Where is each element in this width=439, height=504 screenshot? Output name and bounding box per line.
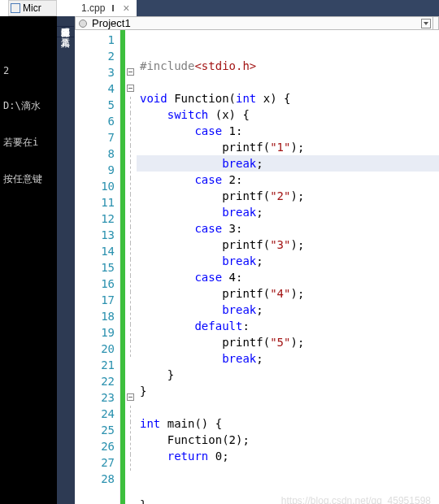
code-area[interactable]: #include<stdio.h>void Function(int x) { … xyxy=(137,30,439,504)
code-line[interactable]: case 4: xyxy=(137,269,439,285)
code-line[interactable]: break; xyxy=(137,302,439,318)
nav-back-icon[interactable] xyxy=(79,20,87,28)
fold-slot xyxy=(125,129,137,146)
line-number: 7 xyxy=(75,129,120,146)
fold-guide xyxy=(130,227,131,243)
line-number: 22 xyxy=(75,373,120,389)
console-window: 2 D:\滴水 若要在i 按任意键 xyxy=(0,16,57,504)
vtab-server-explorer[interactable]: 服务器资源管理器 xyxy=(57,16,74,27)
token-kw: case xyxy=(194,271,222,284)
token-kw: void xyxy=(140,92,167,105)
fold-guide xyxy=(130,422,131,438)
fold-slot xyxy=(125,324,137,341)
token-txt: main() { xyxy=(160,417,222,430)
code-line[interactable]: return 0; xyxy=(137,448,439,464)
code-line[interactable]: } xyxy=(137,383,439,399)
line-number: 9 xyxy=(75,162,120,178)
token-kw: case xyxy=(194,173,222,186)
token-txt: ); xyxy=(290,189,304,202)
code-line[interactable]: switch (x) { xyxy=(137,106,439,123)
token-txt: ); xyxy=(290,141,304,154)
code-line[interactable]: void Function(int x) { xyxy=(137,90,439,106)
fold-slot[interactable] xyxy=(125,80,137,97)
fold-slot xyxy=(125,113,137,129)
fold-slot xyxy=(125,438,137,454)
console-line: 若要在i xyxy=(3,136,54,150)
line-number: 11 xyxy=(75,194,120,211)
token-kw: switch xyxy=(167,108,209,121)
fold-slot[interactable] xyxy=(125,389,137,406)
code-line[interactable]: printf("1"); xyxy=(137,139,439,155)
fold-guide xyxy=(130,194,131,211)
token-txt: 1: xyxy=(222,124,242,137)
code-line[interactable]: break; xyxy=(137,253,439,269)
token-txt: ); xyxy=(290,287,304,300)
fold-guide xyxy=(130,211,131,227)
tab-label: 1.cpp xyxy=(81,2,105,14)
line-number: 13 xyxy=(75,227,120,243)
line-number: 10 xyxy=(75,178,120,194)
scope-dropdown[interactable]: Project1 xyxy=(92,17,421,29)
fold-slot[interactable] xyxy=(125,64,137,80)
code-line[interactable] xyxy=(137,74,439,90)
token-txt: ; xyxy=(256,206,263,219)
fold-slot xyxy=(125,422,137,438)
chevron-down-icon[interactable] xyxy=(421,19,431,28)
token-txt: printf( xyxy=(140,287,270,300)
side-tool-panel: 服务器资源管理器 工具箱 xyxy=(57,16,75,504)
code-editor[interactable]: 1234567891011121314151617181920212223242… xyxy=(75,30,439,504)
token-txt: x) { xyxy=(256,92,290,105)
code-line[interactable] xyxy=(137,480,439,497)
code-line[interactable]: #include<stdio.h> xyxy=(137,58,439,74)
token-txt: ; xyxy=(256,254,263,267)
token-txt: printf( xyxy=(140,141,270,154)
line-number: 23 xyxy=(75,389,120,406)
line-number-gutter: 1234567891011121314151617181920212223242… xyxy=(75,30,120,504)
fold-slot xyxy=(125,373,137,389)
code-line[interactable] xyxy=(137,464,439,480)
code-line[interactable]: printf("5"); xyxy=(137,334,439,350)
code-line[interactable] xyxy=(137,399,439,415)
fold-toggle-icon[interactable] xyxy=(127,85,134,92)
line-number: 24 xyxy=(75,406,120,422)
code-line[interactable]: break; xyxy=(137,155,439,172)
code-line[interactable]: case 1: xyxy=(137,123,439,139)
code-line[interactable]: break; xyxy=(137,350,439,367)
line-number: 26 xyxy=(75,438,120,454)
code-line[interactable]: printf("4"); xyxy=(137,285,439,302)
token-str: "2" xyxy=(270,189,290,202)
code-line[interactable]: case 2: xyxy=(137,172,439,188)
fold-slot xyxy=(125,292,137,308)
fold-slot xyxy=(125,259,137,276)
vtab-toolbox[interactable]: 工具箱 xyxy=(57,27,74,37)
fold-toggle-icon[interactable] xyxy=(127,393,134,401)
token-kw: default xyxy=(194,319,242,332)
code-line[interactable]: default: xyxy=(137,318,439,334)
token-kw: break xyxy=(222,206,256,219)
code-line[interactable]: } xyxy=(137,367,439,383)
line-number: 8 xyxy=(75,146,120,162)
code-line[interactable]: printf("3"); xyxy=(137,237,439,253)
code-line[interactable]: int main() { xyxy=(137,415,439,432)
token-txt: 0; xyxy=(208,450,228,463)
fold-slot xyxy=(125,471,137,487)
token-kw: break xyxy=(222,303,256,316)
fold-slot xyxy=(125,243,137,259)
close-icon[interactable]: × xyxy=(123,2,129,15)
fold-slot xyxy=(125,211,137,227)
fold-toggle-icon[interactable] xyxy=(127,68,134,76)
pin-icon[interactable] xyxy=(110,5,116,11)
token-txt xyxy=(140,450,167,463)
line-number: 18 xyxy=(75,308,120,324)
token-txt: printf( xyxy=(140,336,270,349)
code-line[interactable]: Function(2); xyxy=(137,432,439,448)
token-kw: int xyxy=(140,417,160,430)
tab-1-cpp[interactable]: 1.cpp × xyxy=(75,0,137,16)
code-line[interactable]: printf("2"); xyxy=(137,188,439,204)
fold-slot xyxy=(125,341,137,357)
fold-slot xyxy=(125,194,137,211)
code-line[interactable]: case 3: xyxy=(137,220,439,237)
token-txt xyxy=(140,157,222,170)
fold-slot xyxy=(125,48,137,64)
code-line[interactable]: break; xyxy=(137,204,439,220)
